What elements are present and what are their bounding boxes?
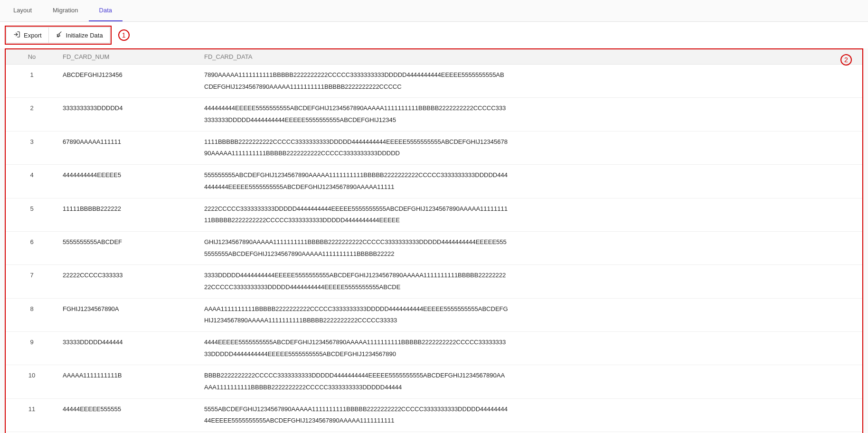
cell-spare bbox=[513, 98, 862, 131]
cell-card-num: 44444EEEEE555555 bbox=[58, 398, 199, 432]
cell-spare bbox=[513, 398, 862, 432]
table-row[interactable]: 44444444444EEEEE5555555555ABCDEFGHIJ1234… bbox=[6, 165, 862, 198]
cell-card-data: GHIJ1234567890AAAAA1111111111BBBBB222222… bbox=[199, 231, 513, 264]
broom-icon bbox=[56, 31, 63, 39]
tab-migration[interactable]: Migration bbox=[42, 0, 88, 21]
data-table: No FD_CARD_NUM FD_CARD_DATA 1ABCDEFGHIJ1… bbox=[6, 49, 862, 433]
cell-card-data: BBBB2222222222CCCCC3333333333DDDDD444444… bbox=[199, 365, 513, 398]
table-row[interactable]: 511111BBBBB2222222222CCCCC3333333333DDDD… bbox=[6, 198, 862, 231]
cell-card-data: 555555555ABCDEFGHIJ1234567890AAAAA111111… bbox=[199, 165, 513, 198]
cell-no: 6 bbox=[6, 231, 58, 264]
cell-spare bbox=[513, 332, 862, 365]
cell-no: 9 bbox=[6, 332, 58, 365]
export-button-label: Export bbox=[24, 32, 42, 39]
export-icon bbox=[13, 31, 20, 39]
table-row[interactable]: 933333DDDDD4444444444EEEEE5555555555ABCD… bbox=[6, 332, 862, 365]
data-table-container: 2 No FD_CARD_NUM FD_CARD_DATA 1ABCDEFGHI… bbox=[5, 48, 863, 433]
cell-no: 8 bbox=[6, 298, 58, 331]
cell-card-num: 33333DDDDD444444 bbox=[58, 332, 199, 365]
table-row[interactable]: 1144444EEEEE5555555555ABCDEFGHIJ12345678… bbox=[6, 398, 862, 432]
cell-card-num: 22222CCCCC333333 bbox=[58, 265, 199, 298]
annotation-marker-1: 1 bbox=[118, 29, 130, 41]
cell-no: 1 bbox=[6, 65, 58, 98]
cell-card-data: 7890AAAAA1111111111BBBBB2222222222CCCCC3… bbox=[199, 65, 513, 98]
cell-card-num: 11111BBBBB222222 bbox=[58, 198, 199, 231]
cell-no: 7 bbox=[6, 265, 58, 298]
table-row[interactable]: 1ABCDEFGHIJ1234567890AAAAA1111111111BBBB… bbox=[6, 65, 862, 98]
cell-spare bbox=[513, 131, 862, 164]
table-row[interactable]: 8FGHIJ1234567890AAAAA1111111111BBBBB2222… bbox=[6, 298, 862, 331]
initialize-data-button[interactable]: Initialize Data bbox=[49, 27, 110, 43]
tab-bar: Layout Migration Data bbox=[0, 0, 868, 22]
cell-spare bbox=[513, 365, 862, 398]
annotation-box-1: Export Initialize Data bbox=[5, 26, 112, 45]
cell-spare bbox=[513, 165, 862, 198]
col-header-spare bbox=[513, 49, 862, 65]
table-row[interactable]: 10AAAAA1111111111BBBBB2222222222CCCCC333… bbox=[6, 365, 862, 398]
cell-card-num: ABCDEFGHIJ123456 bbox=[58, 65, 199, 98]
cell-card-data: 2222CCCCC3333333333DDDDD4444444444EEEEE5… bbox=[199, 198, 513, 231]
col-header-no[interactable]: No bbox=[6, 49, 58, 65]
annotation-marker-2: 2 bbox=[840, 54, 852, 66]
cell-spare bbox=[513, 198, 862, 231]
cell-no: 2 bbox=[6, 98, 58, 131]
col-header-card-num[interactable]: FD_CARD_NUM bbox=[58, 49, 199, 65]
cell-spare bbox=[513, 65, 862, 98]
export-button[interactable]: Export bbox=[6, 27, 49, 43]
col-header-card-data[interactable]: FD_CARD_DATA bbox=[199, 49, 513, 65]
cell-card-num: 3333333333DDDDD4 bbox=[58, 98, 199, 131]
cell-card-num: 4444444444EEEEE5 bbox=[58, 165, 199, 198]
table-row[interactable]: 23333333333DDDDD4444444444EEEEE555555555… bbox=[6, 98, 862, 131]
tab-data[interactable]: Data bbox=[89, 0, 123, 21]
cell-no: 11 bbox=[6, 398, 58, 432]
tab-layout[interactable]: Layout bbox=[3, 0, 42, 21]
initialize-data-button-label: Initialize Data bbox=[66, 32, 103, 39]
cell-card-data: 444444444EEEEE5555555555ABCDEFGHIJ123456… bbox=[199, 98, 513, 131]
cell-card-num: FGHIJ1234567890A bbox=[58, 298, 199, 331]
cell-card-num: 5555555555ABCDEF bbox=[58, 231, 199, 264]
table-row[interactable]: 722222CCCCC3333333333DDDDD4444444444EEEE… bbox=[6, 265, 862, 298]
svg-line-2 bbox=[58, 36, 58, 37]
cell-card-data: 5555ABCDEFGHIJ1234567890AAAAA1111111111B… bbox=[199, 398, 513, 432]
toolbar: Export Initialize Data 1 bbox=[0, 22, 868, 48]
cell-card-data: 3333DDDDD4444444444EEEEE5555555555ABCDEF… bbox=[199, 265, 513, 298]
table-header-row: No FD_CARD_NUM FD_CARD_DATA bbox=[6, 49, 862, 65]
cell-no: 5 bbox=[6, 198, 58, 231]
cell-card-num: 67890AAAAA111111 bbox=[58, 131, 199, 164]
cell-no: 10 bbox=[6, 365, 58, 398]
cell-card-data: AAAA1111111111BBBBB2222222222CCCCC333333… bbox=[199, 298, 513, 331]
cell-spare bbox=[513, 265, 862, 298]
cell-card-data: 4444EEEEE5555555555ABCDEFGHIJ1234567890A… bbox=[199, 332, 513, 365]
cell-spare bbox=[513, 298, 862, 331]
cell-no: 4 bbox=[6, 165, 58, 198]
cell-spare bbox=[513, 231, 862, 264]
cell-card-data: 1111BBBBB2222222222CCCCC3333333333DDDDD4… bbox=[199, 131, 513, 164]
cell-card-num: AAAAA1111111111B bbox=[58, 365, 199, 398]
table-row[interactable]: 65555555555ABCDEFGHIJ1234567890AAAAA1111… bbox=[6, 231, 862, 264]
table-row[interactable]: 367890AAAAA1111111111BBBBB2222222222CCCC… bbox=[6, 131, 862, 164]
cell-no: 3 bbox=[6, 131, 58, 164]
